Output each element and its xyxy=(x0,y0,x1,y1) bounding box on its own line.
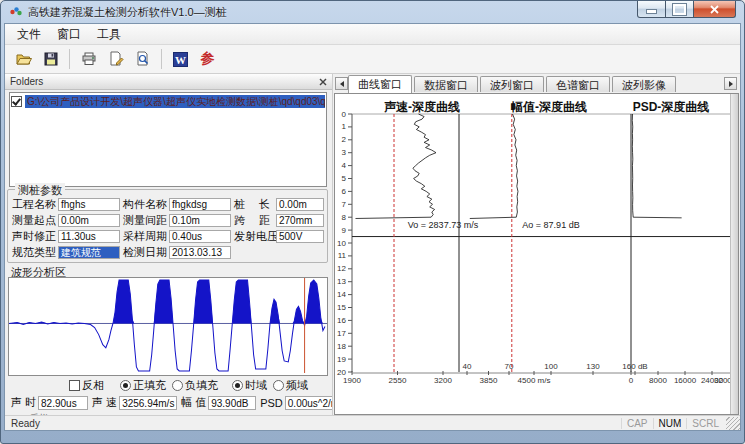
window-controls xyxy=(637,1,736,18)
minimize-icon xyxy=(646,9,657,14)
file-tree[interactable]: G:\公司产品设计开发\超声仪器\超声仪实地检测数据\测桩\qd\qd03\qd… xyxy=(9,92,327,187)
time-domain-radio[interactable] xyxy=(232,380,243,391)
test-date-field[interactable]: 2013.03.13 xyxy=(169,246,231,259)
client-area: Folders G:\公司产品设计开发\超声仪器\超声仪实地检测数据\测桩\qd… xyxy=(5,74,740,415)
open-folder-icon xyxy=(16,51,32,67)
invert-label: 反相 xyxy=(82,378,104,393)
tab-scroll-left-button[interactable] xyxy=(335,77,348,90)
span-field[interactable]: 270mm xyxy=(276,214,324,227)
standard-type-field[interactable]: 建筑规范 xyxy=(58,246,120,259)
svg-text:8: 8 xyxy=(342,213,347,222)
svg-text:4: 4 xyxy=(342,161,347,170)
svg-text:8000: 8000 xyxy=(649,376,667,385)
svg-text:9: 9 xyxy=(342,226,347,235)
pile-length-field[interactable]: 0.00m xyxy=(276,198,324,211)
invert-checkbox[interactable] xyxy=(69,380,80,391)
sound-time-field[interactable]: 82.90us xyxy=(38,396,88,410)
indicator-cap: CAP xyxy=(621,418,653,429)
folders-caption-bar: Folders xyxy=(5,74,332,90)
component-name-field[interactable]: fhgkdsg xyxy=(169,198,231,211)
svg-text:12: 12 xyxy=(337,264,346,273)
svg-text:6: 6 xyxy=(342,187,347,196)
svg-text:3: 3 xyxy=(342,148,347,157)
tab-scroll-right-button[interactable] xyxy=(724,77,737,90)
time-domain-label: 时域 xyxy=(245,378,267,393)
word-icon: W xyxy=(172,51,189,68)
svg-text:3850: 3850 xyxy=(480,376,498,385)
psd-label: PSD xyxy=(260,397,283,409)
param-label: 测量间距 xyxy=(123,213,169,228)
param-label: 声时修正 xyxy=(12,229,58,244)
minimize-button[interactable] xyxy=(637,1,666,18)
psd-field[interactable]: 0.00us^2/m xyxy=(285,396,332,410)
svg-text:5: 5 xyxy=(342,174,347,183)
print-preview-icon xyxy=(135,51,151,67)
fill-positive-radio[interactable] xyxy=(120,380,131,391)
close-button[interactable] xyxy=(693,1,736,18)
svg-text:3200: 3200 xyxy=(434,376,452,385)
file-path[interactable]: G:\公司产品设计开发\超声仪器\超声仪实地检测数据\测桩\qd\qd03\qd… xyxy=(25,95,325,108)
save-button[interactable] xyxy=(38,47,63,71)
waveform-plot[interactable] xyxy=(9,278,327,373)
close-icon xyxy=(710,5,719,14)
word-export-button[interactable]: W xyxy=(168,47,193,71)
svg-text:13: 13 xyxy=(337,277,346,286)
param-label: 采样周期 xyxy=(123,229,169,244)
param-label: 规范类型 xyxy=(12,245,58,260)
tab-wavetrain-window[interactable]: 波列窗口 xyxy=(480,76,544,92)
svg-text:16: 16 xyxy=(337,316,346,325)
params-row: 测量起点0.00m 测量间距0.10m 跨 距270mm xyxy=(8,212,327,228)
voltage-field[interactable]: 500V xyxy=(276,230,324,243)
project-name-field[interactable]: fhghs xyxy=(58,198,120,211)
toolbar-separator xyxy=(161,49,162,69)
svg-text:Ao = 87.91 dB: Ao = 87.91 dB xyxy=(522,220,579,230)
param-label: 发射电压 xyxy=(234,229,276,244)
print-preview-button[interactable] xyxy=(130,47,155,71)
fill-negative-label: 负填充 xyxy=(185,378,218,393)
menu-tools[interactable]: 工具 xyxy=(89,24,129,45)
spacing-field[interactable]: 0.10m xyxy=(169,214,231,227)
tree-item[interactable]: G:\公司产品设计开发\超声仪器\超声仪实地检测数据\测桩\qd\qd03\qd… xyxy=(11,95,325,108)
print-setup-button[interactable] xyxy=(103,47,128,71)
titlebar[interactable]: 高铁建养混凝土检测分析软件V1.0—测桩 xyxy=(1,1,744,23)
start-point-field[interactable]: 0.00m xyxy=(58,214,120,227)
page-setup-icon xyxy=(108,51,124,67)
folders-close-icon[interactable] xyxy=(319,78,327,86)
sample-period-field[interactable]: 0.40us xyxy=(169,230,231,243)
tabstrip: 曲线窗口 数据窗口 波列窗口 色谱窗口 波列影像 xyxy=(333,74,740,93)
svg-text:15: 15 xyxy=(337,303,346,312)
tab-spectrum-window[interactable]: 色谱窗口 xyxy=(546,76,610,92)
svg-text:1: 1 xyxy=(342,122,347,131)
svg-text:40: 40 xyxy=(463,362,472,371)
tab-wavetrain-image[interactable]: 波列影像 xyxy=(612,76,676,92)
time-correction-field[interactable]: 11.30us xyxy=(58,230,120,243)
file-checkbox[interactable] xyxy=(11,96,22,107)
fill-negative-radio[interactable] xyxy=(172,380,183,391)
svg-text:7: 7 xyxy=(342,200,347,209)
pile-params-group: 测桩参数 工程名称fhghs 构件名称fhgkdsg 桩 长0.00m 测量起点… xyxy=(7,189,328,263)
svg-text:4500 m/s: 4500 m/s xyxy=(518,376,551,385)
param-label: 跨 距 xyxy=(234,213,276,228)
tab-curve-window[interactable]: 曲线窗口 xyxy=(348,75,412,93)
reference-button[interactable]: 参 xyxy=(195,47,220,71)
waveform-area[interactable] xyxy=(8,277,328,376)
tab-data-window[interactable]: 数据窗口 xyxy=(414,76,478,92)
menu-window[interactable]: 窗口 xyxy=(49,24,89,45)
chart-area[interactable]: 声速-深度曲线 幅值-深度曲线 PSD-深度曲线 012345678910111… xyxy=(334,93,739,415)
amplitude-field[interactable]: 93.90dB xyxy=(208,396,256,410)
vertical-scrollbar[interactable] xyxy=(730,94,738,414)
maximize-button[interactable] xyxy=(666,1,693,18)
tab-label: 波列窗口 xyxy=(490,79,534,91)
indicator-scrl: SCRL xyxy=(686,418,724,429)
param-label: 检测日期 xyxy=(123,245,169,260)
print-button[interactable] xyxy=(76,47,101,71)
velocity-field[interactable]: 3256.94m/s xyxy=(119,396,177,410)
freq-domain-radio[interactable] xyxy=(273,380,284,391)
tab-label: 波列影像 xyxy=(622,79,666,91)
menu-file[interactable]: 文件 xyxy=(9,24,49,45)
open-button[interactable] xyxy=(11,47,36,71)
depth-curves-plot[interactable]: 0123456789101112131415161718192019002550… xyxy=(335,94,739,415)
resize-grip[interactable] xyxy=(726,417,740,430)
status-message: Ready xyxy=(11,418,40,429)
svg-text:W: W xyxy=(175,53,186,65)
